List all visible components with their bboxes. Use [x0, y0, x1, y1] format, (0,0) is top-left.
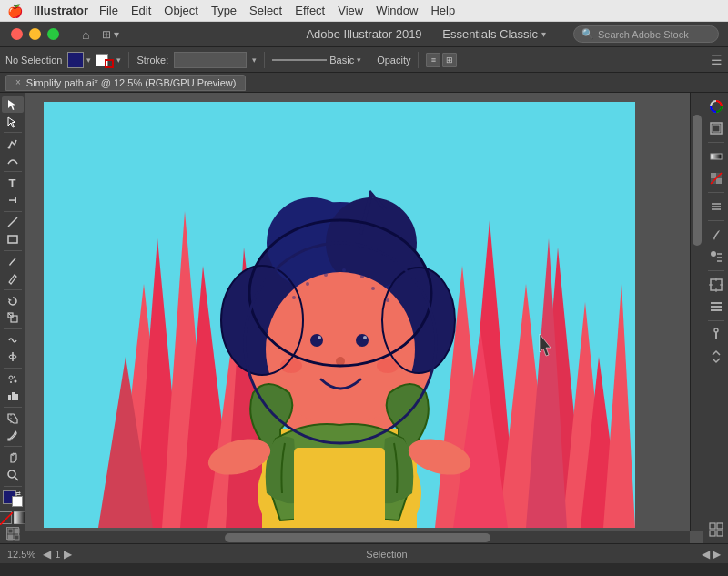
gradient-panel-icon[interactable]: [706, 147, 726, 167]
artboard-panel-icon[interactable]: [706, 275, 726, 295]
grid-icon: ⊞ ▾: [102, 28, 119, 41]
hand-tool[interactable]: [2, 450, 24, 466]
pen-tool[interactable]: [2, 136, 24, 152]
svg-line-19: [15, 477, 18, 480]
rotate-tool[interactable]: [2, 293, 24, 309]
transparency-panel-icon[interactable]: [706, 168, 726, 188]
app-name: Illustrator: [34, 4, 88, 17]
symbols-panel-icon[interactable]: [706, 247, 726, 267]
vertical-type-tool[interactable]: T: [2, 192, 24, 208]
pencil-tool[interactable]: [2, 270, 24, 287]
svg-point-72: [292, 296, 296, 299]
apple-menu[interactable]: 🍎: [7, 4, 23, 18]
tool-separator-7: [4, 368, 22, 369]
document-tab[interactable]: × Simplify path.ai* @ 12.5% (RGB/GPU Pre…: [5, 75, 246, 91]
color-panel-icon[interactable]: [706, 96, 726, 116]
stroke-input[interactable]: [174, 52, 247, 68]
toolbar-separator-2: [264, 52, 265, 68]
svg-point-70: [360, 275, 364, 278]
align-icon-2[interactable]: ⊞: [442, 53, 457, 67]
eyedropper-tool[interactable]: [2, 428, 24, 444]
type-tool[interactable]: T: [2, 175, 24, 191]
svg-rect-82: [711, 154, 722, 159]
curvature-tool[interactable]: [2, 153, 24, 169]
paintbrush-tool[interactable]: [2, 254, 24, 270]
svg-point-67: [306, 282, 309, 286]
fill-swatch[interactable]: [67, 52, 84, 68]
control-bar: No Selection ▾ ▾ Stroke: ▾ Basic ▾ Opaci…: [0, 47, 728, 73]
expand-panel-icon[interactable]: [706, 347, 726, 367]
svg-point-18: [8, 470, 15, 478]
canvas-area[interactable]: [25, 93, 703, 543]
menu-bar: 🍎 Illustrator File Edit Object Type Sele…: [0, 0, 728, 22]
layers-panel-icon[interactable]: [706, 297, 726, 317]
right-panel-separator-5: [708, 320, 724, 321]
zoom-tool[interactable]: [2, 467, 24, 483]
vertical-scrollbar[interactable]: [690, 93, 703, 531]
column-graph-tool[interactable]: [2, 389, 24, 405]
horizontal-scrollbar[interactable]: [25, 531, 690, 543]
grid-panel-icon[interactable]: [706, 520, 726, 540]
properties-panel-icon[interactable]: [706, 325, 726, 345]
workspace-selector[interactable]: Essentials Classic ▾: [442, 27, 546, 41]
brush-panel-icon[interactable]: [706, 225, 726, 245]
stock-search[interactable]: 🔍 Search Adobe Stock: [573, 25, 719, 43]
tab-close-icon[interactable]: ×: [15, 77, 21, 87]
warp-tool[interactable]: [2, 332, 24, 349]
menu-edit[interactable]: Edit: [131, 4, 151, 17]
menu-object[interactable]: Object: [164, 4, 198, 17]
vertical-scroll-thumb[interactable]: [693, 115, 702, 246]
toolbar-menu-icon[interactable]: ☰: [711, 53, 723, 67]
tab-title: Simplify path.ai* @ 12.5% (RGB/GPU Previ…: [26, 77, 237, 88]
opacity-label: Opacity: [377, 55, 410, 66]
svg-point-69: [342, 268, 346, 272]
hamburger-icon[interactable]: [706, 197, 726, 217]
stroke-color-swatch[interactable]: [105, 59, 114, 68]
none-fill-icon[interactable]: [0, 511, 12, 524]
stroke-panel-icon[interactable]: [706, 118, 726, 138]
color-swatches: ⇄: [3, 490, 23, 507]
next-page-button[interactable]: ▶: [64, 548, 72, 561]
svg-rect-25: [15, 535, 19, 540]
svg-rect-14: [12, 392, 15, 400]
svg-point-91: [711, 251, 716, 257]
menu-view[interactable]: View: [338, 4, 363, 17]
svg-rect-2: [8, 236, 17, 243]
svg-rect-104: [710, 531, 715, 536]
status-next-icon[interactable]: ▶: [713, 548, 721, 561]
svg-point-59: [318, 336, 321, 339]
menu-type[interactable]: Type: [211, 4, 237, 17]
right-panel-separator: [708, 142, 724, 143]
appearance-icon[interactable]: [6, 527, 19, 540]
scale-tool[interactable]: [2, 309, 24, 326]
line-tool[interactable]: [2, 214, 24, 230]
menu-file[interactable]: File: [99, 4, 118, 17]
svg-point-68: [324, 273, 328, 277]
fill-area[interactable]: ▾ ▾: [67, 52, 121, 68]
gradient-icon[interactable]: [14, 511, 26, 524]
maximize-button[interactable]: [47, 28, 59, 40]
menu-help[interactable]: Help: [430, 4, 455, 17]
svg-rect-4: [11, 316, 17, 322]
rectangle-tool[interactable]: [2, 231, 24, 248]
width-tool[interactable]: [2, 349, 24, 366]
svg-point-58: [356, 334, 369, 347]
slice-tool[interactable]: [2, 410, 24, 427]
prev-page-button[interactable]: ◀: [43, 548, 51, 561]
horizontal-scroll-thumb[interactable]: [225, 533, 490, 542]
close-button[interactable]: [11, 28, 23, 40]
menu-window[interactable]: Window: [376, 4, 418, 17]
menu-select[interactable]: Select: [249, 4, 282, 17]
selection-tool[interactable]: [2, 96, 24, 113]
minimize-button[interactable]: [29, 28, 41, 40]
window-controls: [11, 28, 59, 40]
stroke-style-area: Basic ▾: [272, 55, 361, 66]
swap-colors-icon[interactable]: ⇄: [15, 490, 23, 498]
svg-point-57: [310, 334, 323, 347]
status-prev-icon[interactable]: ◀: [702, 548, 710, 561]
symbol-sprayer-tool[interactable]: [2, 371, 24, 388]
menu-effect[interactable]: Effect: [295, 4, 325, 17]
align-icon-1[interactable]: ≡: [426, 53, 440, 67]
direct-selection-tool[interactable]: [2, 114, 24, 130]
fill-icon: ▾: [86, 56, 91, 65]
